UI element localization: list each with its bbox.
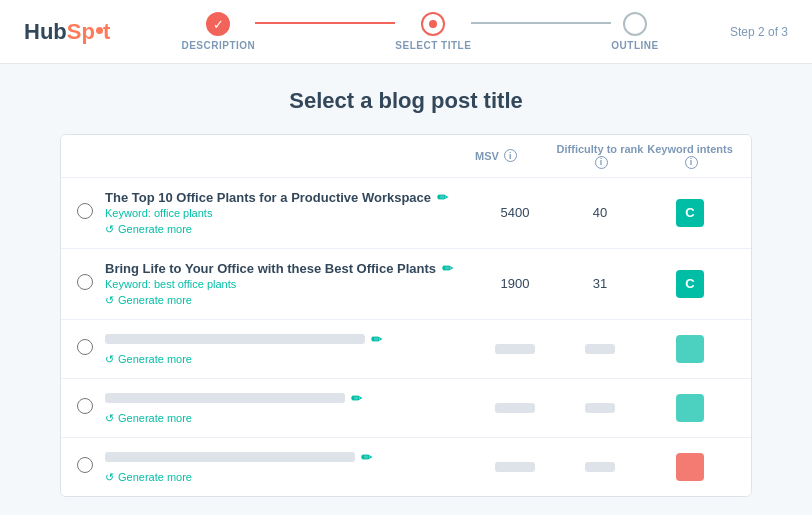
placeholder-diff-5	[585, 462, 615, 472]
placeholder-msv-4	[495, 403, 535, 413]
row-msv-3	[475, 344, 555, 354]
badge-5	[676, 453, 704, 481]
badge-2: C	[676, 270, 704, 298]
msv-info-icon[interactable]: i	[504, 149, 517, 162]
hubspot-logo: HubSpt	[24, 19, 110, 45]
row-content-3: ✏ ↺ Generate more	[105, 332, 475, 366]
stepper: ✓ DESCRIPTION SELECT TITLE OUTLINE	[110, 12, 730, 51]
page-title: Select a blog post title	[60, 88, 752, 114]
placeholder-title-4	[105, 393, 345, 403]
edit-icon-3[interactable]: ✏	[371, 332, 382, 347]
row-content-2: Bring Life to Your Office with these Bes…	[105, 261, 475, 307]
table-row: Bring Life to Your Office with these Bes…	[61, 249, 751, 320]
refresh-icon-5: ↺	[105, 471, 114, 484]
generate-more-3[interactable]: ↺ Generate more	[105, 353, 475, 366]
step-circle-select-title	[421, 12, 445, 36]
step-description: ✓ DESCRIPTION	[181, 12, 255, 51]
th-keyword: Keyword intents i	[645, 143, 735, 169]
step-circle-outline	[623, 12, 647, 36]
generate-more-5[interactable]: ↺ Generate more	[105, 471, 475, 484]
refresh-icon-1: ↺	[105, 223, 114, 236]
check-icon: ✓	[213, 17, 224, 32]
radio-input-1[interactable]	[77, 203, 93, 219]
step-label-outline: OUTLINE	[611, 40, 658, 51]
badge-3	[676, 335, 704, 363]
step-counter: Step 2 of 3	[730, 25, 788, 39]
refresh-icon-4: ↺	[105, 412, 114, 425]
generate-more-2[interactable]: ↺ Generate more	[105, 294, 475, 307]
row-badge-2: C	[645, 270, 735, 298]
row-badge-1: C	[645, 199, 735, 227]
badge-1: C	[676, 199, 704, 227]
logo-dot	[96, 27, 103, 34]
step-label-select-title: SELECT TITLE	[395, 40, 471, 51]
difficulty-info-icon[interactable]: i	[595, 156, 608, 169]
active-dot	[429, 20, 437, 28]
step-circle-description: ✓	[206, 12, 230, 36]
row-difficulty-1: 40	[555, 205, 645, 220]
row-radio-4[interactable]	[77, 398, 93, 418]
logo-spot: Sp	[67, 19, 95, 45]
row-radio-1[interactable]	[77, 203, 93, 223]
logo-t: t	[103, 19, 110, 45]
row-badge-4	[645, 394, 735, 422]
placeholder-title-3	[105, 334, 365, 344]
row-title-4-placeholder: ✏	[105, 391, 475, 406]
table-row: The Top 10 Office Plants for a Productiv…	[61, 178, 751, 249]
row-radio-5[interactable]	[77, 457, 93, 477]
th-difficulty: Difficulty to rank i	[555, 143, 645, 169]
row-title-3-placeholder: ✏	[105, 332, 475, 347]
table-header: MSV i Difficulty to rank i Keyword inten…	[61, 135, 751, 178]
row-title-1: The Top 10 Office Plants for a Productiv…	[105, 190, 475, 205]
row-difficulty-3	[555, 344, 645, 354]
radio-input-5[interactable]	[77, 457, 93, 473]
row-content-4: ✏ ↺ Generate more	[105, 391, 475, 425]
row-keyword-1: Keyword: office plants	[105, 207, 475, 219]
radio-input-4[interactable]	[77, 398, 93, 414]
refresh-icon-3: ↺	[105, 353, 114, 366]
radio-input-3[interactable]	[77, 339, 93, 355]
placeholder-msv-5	[495, 462, 535, 472]
step-label-description: DESCRIPTION	[181, 40, 255, 51]
edit-icon-4[interactable]: ✏	[351, 391, 362, 406]
edit-icon-2[interactable]: ✏	[442, 261, 453, 276]
placeholder-diff-4	[585, 403, 615, 413]
table-row: ✏ ↺ Generate more	[61, 379, 751, 438]
row-title-2: Bring Life to Your Office with these Bes…	[105, 261, 475, 276]
row-difficulty-4	[555, 403, 645, 413]
row-keyword-2: Keyword: best office plants	[105, 278, 475, 290]
blog-table: MSV i Difficulty to rank i Keyword inten…	[60, 134, 752, 497]
row-msv-2: 1900	[475, 276, 555, 291]
generate-more-4[interactable]: ↺ Generate more	[105, 412, 475, 425]
row-badge-5	[645, 453, 735, 481]
placeholder-msv-3	[495, 344, 535, 354]
row-msv-1: 5400	[475, 205, 555, 220]
table-row: ✏ ↺ Generate more	[61, 320, 751, 379]
row-content-5: ✏ ↺ Generate more	[105, 450, 475, 484]
row-content-1: The Top 10 Office Plants for a Productiv…	[105, 190, 475, 236]
connector-2	[471, 22, 611, 24]
row-msv-4	[475, 403, 555, 413]
refresh-icon-2: ↺	[105, 294, 114, 307]
badge-4	[676, 394, 704, 422]
row-badge-3	[645, 335, 735, 363]
row-radio-2[interactable]	[77, 274, 93, 294]
keyword-info-icon[interactable]: i	[685, 156, 698, 169]
edit-icon-5[interactable]: ✏	[361, 450, 372, 465]
main-content: Select a blog post title MSV i Difficult…	[0, 64, 812, 515]
th-msv: MSV i	[475, 149, 555, 162]
step-outline: OUTLINE	[611, 12, 658, 51]
edit-icon-1[interactable]: ✏	[437, 190, 448, 205]
placeholder-diff-3	[585, 344, 615, 354]
logo-text: Hub	[24, 19, 67, 45]
row-msv-5	[475, 462, 555, 472]
radio-input-2[interactable]	[77, 274, 93, 290]
generate-more-1[interactable]: ↺ Generate more	[105, 223, 475, 236]
connector-1	[255, 22, 395, 24]
row-title-5-placeholder: ✏	[105, 450, 475, 465]
row-difficulty-2: 31	[555, 276, 645, 291]
row-difficulty-5	[555, 462, 645, 472]
step-select-title: SELECT TITLE	[395, 12, 471, 51]
row-radio-3[interactable]	[77, 339, 93, 359]
header: HubSpt ✓ DESCRIPTION SELECT TITLE OUTLIN…	[0, 0, 812, 64]
